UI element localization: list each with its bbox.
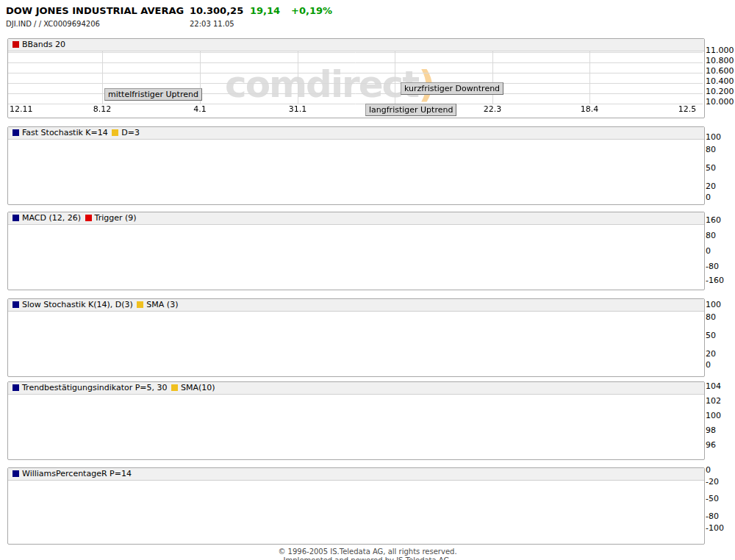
- slow-stochastic-plot[interactable]: [8, 312, 704, 376]
- x-tick: 4.1: [193, 105, 207, 114]
- footer: © 1996-2005 IS.Teledata AG, all rights r…: [0, 548, 735, 560]
- legend-swatch-slow-k: [12, 301, 19, 308]
- trend-confirmation-canvas[interactable]: [8, 395, 703, 459]
- legend-swatch-d: [112, 129, 118, 136]
- y-tick: 20: [706, 182, 716, 190]
- chart-analyzer-window: DOW JONES INDUSTRIAL AVERAG 10.300,25 19…: [0, 0, 735, 560]
- y-tick: -160: [706, 276, 724, 284]
- y-tick: 50: [706, 331, 716, 340]
- y-tick: 100: [706, 412, 721, 420]
- y-tick: -50: [706, 495, 719, 503]
- y-axis-macd: 160 80 0 -80 -160: [706, 207, 735, 284]
- y-axis-slow-stochastic: 100 80 50 20 0: [706, 292, 735, 368]
- fast-stochastic-plot[interactable]: [8, 140, 704, 204]
- x-tick: 31.1: [289, 105, 307, 114]
- price-plot[interactable]: comdirect) 12.11 8.12 4.1 31.1 22.3 18.4…: [8, 51, 704, 118]
- legend-label: BBands 20: [22, 40, 65, 49]
- y-tick: 0: [706, 193, 711, 201]
- macd-plot[interactable]: [8, 225, 704, 290]
- y-tick: 80: [706, 231, 716, 240]
- legend-bbands: BBands 20: [8, 39, 704, 51]
- y-tick: -80: [706, 262, 719, 270]
- panel-bbands: BBands 20 comdirect) 12.11 8.12 4.1 31.1…: [7, 38, 705, 118]
- price-change: 19,14: [250, 5, 280, 16]
- instrument-title: DOW JONES INDUSTRIAL AVERAG: [6, 5, 184, 16]
- header: DOW JONES INDUSTRIAL AVERAG 10.300,25 19…: [0, 0, 735, 38]
- panel-macd: MACD (12, 26) Trigger (9): [7, 212, 705, 290]
- y-tick: 102: [706, 397, 721, 405]
- y-axis-williams-r: 0 -20 -50 -80 -100: [706, 456, 735, 531]
- williams-r-canvas[interactable]: [8, 481, 703, 544]
- y-tick: 10.800: [706, 57, 734, 65]
- price-change-percent: +0,19%: [291, 5, 332, 16]
- y-tick: 10.200: [706, 87, 734, 96]
- y-tick: 100: [706, 301, 721, 309]
- panel-fast-stochastic: Fast Stochastik K=14 D=3: [7, 126, 705, 205]
- slow-stochastic-canvas[interactable]: [8, 312, 703, 376]
- y-tick: 160: [706, 216, 721, 224]
- y-tick: 0: [706, 247, 711, 255]
- legend-label: WilliamsPercentageR P=14: [22, 469, 132, 478]
- legend-swatch-sma10: [171, 384, 178, 391]
- legend-swatch-macd: [12, 215, 19, 221]
- footer-powered-by: Implemented and powered by IS.Teledata A…: [0, 556, 735, 560]
- y-axis-fast-stochastic: 100 80 50 20 0: [706, 124, 735, 201]
- legend-trend-confirmation: Trendbestätigungsindikator P=5, 30 SMA(1…: [8, 382, 704, 395]
- quote-timestamp: 22:03 11.05: [190, 20, 234, 28]
- y-tick: 11.000: [706, 46, 734, 54]
- price-chart-canvas[interactable]: [8, 51, 703, 118]
- legend-swatch-sma3: [137, 301, 143, 308]
- legend-label: Trendbestätigungsindikator P=5, 30: [22, 383, 168, 392]
- legend-label: Fast Stochastik K=14: [22, 128, 108, 137]
- legend-fast-stochastic: Fast Stochastik K=14 D=3: [8, 127, 704, 140]
- y-tick: 80: [706, 146, 716, 154]
- y-tick: 0: [706, 466, 711, 474]
- legend-williams-r: WilliamsPercentageR P=14: [8, 468, 704, 481]
- legend-swatch-tci: [12, 384, 19, 391]
- y-tick: 100: [706, 133, 721, 141]
- legend-swatch-k: [12, 129, 19, 136]
- macd-canvas[interactable]: [8, 225, 703, 290]
- annotation-langfristiger-uptrend[interactable]: langfristiger Uptrend: [365, 104, 456, 116]
- y-tick: 10.600: [706, 67, 734, 75]
- y-tick: 50: [706, 164, 716, 172]
- legend-swatch-wpr: [12, 470, 19, 477]
- x-tick: 12.11: [10, 105, 33, 114]
- y-tick: 0: [706, 361, 711, 369]
- panel-williams-r: WilliamsPercentageR P=14: [7, 467, 705, 545]
- legend-label: SMA (3): [146, 300, 178, 309]
- y-tick: 10.400: [706, 77, 734, 85]
- legend-macd: MACD (12, 26) Trigger (9): [8, 212, 704, 225]
- y-tick: 96: [706, 441, 716, 449]
- legend-label: Trigger (9): [95, 213, 137, 223]
- legend-slow-stochastic: Slow Stochastik K(14), D(3) SMA (3): [8, 299, 704, 312]
- footer-copyright: © 1996-2005 IS.Teledata AG, all rights r…: [0, 548, 735, 556]
- panel-slow-stochastic: Slow Stochastik K(14), D(3) SMA (3): [7, 298, 705, 377]
- legend-label: D=3: [121, 128, 140, 137]
- legend-swatch-bbands: [12, 41, 19, 48]
- annotation-mittelfristiger-uptrend[interactable]: mittelfristiger Uptrend: [104, 88, 202, 101]
- legend-swatch-trigger: [85, 215, 92, 221]
- y-tick: 80: [706, 313, 716, 321]
- fast-stochastic-canvas[interactable]: [8, 140, 703, 204]
- y-tick: 20: [706, 350, 716, 358]
- y-axis-price: 11.000 10.800 10.600 10.400 10.200 10.00…: [706, 38, 735, 116]
- legend-label: Slow Stochastik K(14), D(3): [22, 300, 133, 309]
- x-tick: 22.3: [484, 105, 502, 114]
- y-tick: 104: [706, 382, 721, 390]
- last-price: 10.300,25: [190, 5, 243, 16]
- y-tick: 10.000: [706, 98, 734, 106]
- annotation-kurzfristiger-downtrend[interactable]: kurzfristiger Downtrend: [401, 82, 503, 95]
- williams-r-plot[interactable]: [8, 481, 704, 544]
- y-tick: -100: [706, 524, 724, 532]
- y-axis-trend-confirmation: 104 102 100 98 96: [706, 373, 735, 449]
- panel-trend-confirmation: Trendbestätigungsindikator P=5, 30 SMA(1…: [7, 381, 705, 460]
- x-tick: 12.5: [678, 105, 697, 114]
- y-tick: -80: [706, 512, 719, 520]
- x-tick: 18.4: [581, 105, 599, 114]
- y-tick: 98: [706, 426, 716, 434]
- x-tick: 8.12: [93, 105, 112, 114]
- trend-confirmation-plot[interactable]: [8, 395, 704, 459]
- instrument-code: DJI.IND / / XC0009694206: [6, 20, 100, 28]
- y-tick: -20: [706, 478, 719, 486]
